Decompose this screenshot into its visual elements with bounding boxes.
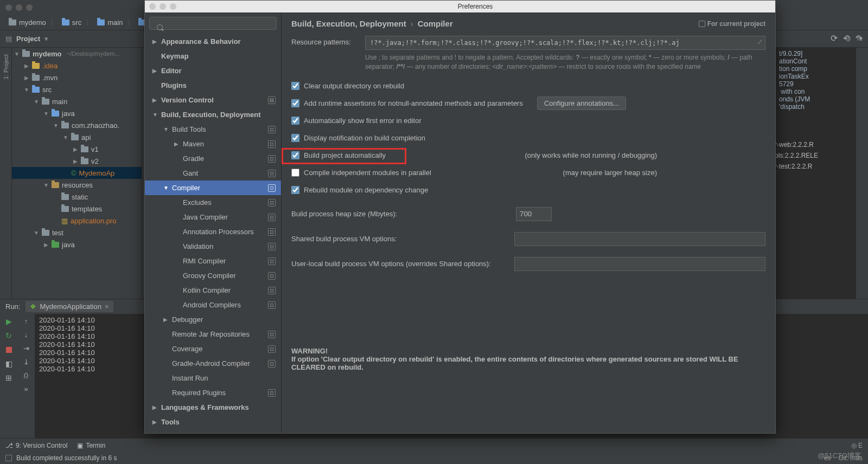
nav-item[interactable]: ▶Maven⊡ [145, 137, 281, 151]
terminal-icon: ▣ [77, 442, 83, 449]
redo-icon[interactable]: ↷ [856, 33, 863, 43]
breadcrumb-item[interactable]: src [62, 18, 81, 27]
run-tab[interactable]: ❖ MydemoApplication × [25, 301, 113, 312]
nav-item[interactable]: Gant⊡ [145, 166, 281, 181]
tree-item[interactable]: ▶v1 [12, 143, 142, 155]
nav-item[interactable]: Remote Jar Repositories⊡ [145, 327, 281, 341]
more-icon[interactable]: » [24, 385, 28, 393]
tree-root[interactable]: ▼mydemo~/Desktop/mydem... [12, 48, 142, 60]
checkbox-compile-independent-modules-in[interactable] [291, 169, 299, 177]
tree-item-icon [71, 134, 79, 140]
rerun-icon[interactable]: ▶ [4, 317, 13, 326]
nav-item[interactable]: RMI Compiler⊡ [145, 254, 281, 268]
tree-item[interactable]: templates [12, 203, 142, 215]
nav-item[interactable]: Gradle⊡ [145, 151, 281, 166]
checkbox-label: Clear output directory on rebuild [304, 82, 404, 90]
nav-item[interactable]: ▶Editor [145, 63, 281, 78]
nav-item[interactable]: Android Compilers⊡ [145, 298, 281, 312]
breadcrumb-item[interactable]: mydemo [9, 18, 46, 27]
nav-item[interactable]: Coverage⊡ [145, 341, 281, 356]
preferences-title: Preferences [180, 3, 771, 10]
nav-item[interactable]: Keymap [145, 49, 281, 63]
nav-item[interactable]: ▼Build, Execution, Deployment [145, 107, 281, 122]
tree-item[interactable]: ▼main [12, 95, 142, 107]
status-icon[interactable] [5, 455, 12, 461]
tab-terminal[interactable]: ▣Termin [77, 442, 105, 449]
nav-item[interactable]: ▼Compiler⊡ [145, 181, 281, 195]
down-icon[interactable]: ↓ [24, 331, 28, 339]
expand-icon[interactable]: ⤢ [757, 38, 762, 46]
tree-item[interactable]: ▼java [12, 107, 142, 119]
close-icon[interactable]: × [105, 302, 109, 311]
nav-item[interactable]: Gradle-Android Compiler⊡ [145, 356, 281, 371]
window-controls[interactable] [5, 4, 33, 11]
sync-icon[interactable]: ⟳ [831, 33, 838, 43]
tree-item[interactable]: ▥application.pro [12, 215, 142, 227]
nav-item[interactable]: ▶Version Control⊡ [145, 93, 281, 107]
nav-item[interactable]: Instant Run [145, 371, 281, 385]
nav-item[interactable]: Kotlin Compiler⊡ [145, 283, 281, 298]
stop-icon[interactable] [4, 345, 13, 354]
chevron-down-icon[interactable]: ▾ [44, 35, 48, 43]
tree-item[interactable]: ▶.mvn [12, 72, 142, 83]
tab-project[interactable]: 1: Project [3, 51, 9, 82]
configure-annotations-button[interactable]: Configure annotations... [537, 96, 626, 110]
tree-item[interactable]: ▼com.zhaozhao. [12, 119, 142, 131]
tree-item[interactable]: ▶v2 [12, 155, 142, 167]
checkbox-add-runtime-assertions-for-not[interactable] [291, 99, 299, 107]
tab-version-control[interactable]: ⎇9: Version Control [5, 442, 67, 449]
checkbox-display-notification-on-build-[interactable] [291, 134, 299, 142]
tree-item[interactable]: ▶.idea [12, 60, 142, 72]
scroll-icon[interactable]: ⤓ [23, 358, 29, 366]
tree-item[interactable]: ▼resources [12, 179, 142, 191]
dialog-window-controls[interactable] [149, 3, 176, 10]
nav-item[interactable]: ▼Build Tools⊡ [145, 122, 281, 137]
tree-item[interactable]: static [12, 191, 142, 203]
nav-item[interactable]: Annotation Processors⊡ [145, 224, 281, 239]
event-log-icon[interactable]: ◎ E [851, 442, 863, 449]
user-vm-input[interactable] [514, 257, 765, 271]
nav-item[interactable]: Plugins [145, 78, 281, 93]
nav-item[interactable]: ▶Languages & Frameworks [145, 400, 281, 415]
nav-item[interactable]: ▶Appearance & Behavior [145, 34, 281, 49]
search-input[interactable] [149, 17, 277, 30]
nav-item[interactable]: Groovy Compiler⊡ [145, 268, 281, 283]
undo-icon[interactable]: ↶ [843, 33, 850, 43]
tree-item[interactable]: ▼api [12, 131, 142, 143]
tree-item-icon [61, 206, 69, 212]
run-icon[interactable]: ↻ [4, 331, 13, 340]
print-icon[interactable]: ⎙ [24, 371, 28, 379]
preferences-search[interactable] [149, 17, 277, 30]
camera-icon[interactable]: ◧ [4, 359, 13, 368]
heap-size-input[interactable] [516, 207, 552, 221]
crumb-parent[interactable]: Build, Execution, Deployment [291, 19, 406, 28]
checkbox-build-project-automatically[interactable] [291, 151, 299, 159]
tree-item[interactable]: ▼src [12, 83, 142, 95]
tree-item-icon [81, 146, 88, 152]
project-scope-icon: ⊡ [268, 301, 276, 309]
up-icon[interactable]: ↑ [24, 317, 28, 325]
status-bar: Build completed successfully in 6 s es G… [0, 452, 868, 464]
checkbox-row: Add runtime assertions for notnull-annot… [291, 98, 765, 109]
checkbox-row: Display notification on build completion [291, 132, 765, 144]
checkbox-automatically-show-first-error[interactable] [291, 117, 299, 125]
checkbox-clear-output-directory-on-rebu[interactable] [291, 82, 299, 90]
checkbox-rebuild-module-on-dependency-c[interactable] [291, 186, 299, 194]
shared-vm-input[interactable] [514, 232, 765, 246]
layout-icon[interactable]: ⊞ [4, 373, 13, 382]
project-scope-icon: ⊡ [268, 257, 276, 265]
tree-item[interactable]: ▼test [12, 227, 142, 239]
nav-item[interactable]: Excludes⊡ [145, 195, 281, 210]
nav-item[interactable]: ▶Tools [145, 415, 281, 429]
project-label: Project [16, 35, 40, 43]
nav-item[interactable]: ▶Debugger [145, 312, 281, 327]
tree-item[interactable]: ▶java [12, 239, 142, 250]
nav-item[interactable]: Validation⊡ [145, 239, 281, 254]
tree-item[interactable]: ©MydemoAp [12, 167, 142, 179]
resource-patterns-input[interactable] [365, 36, 765, 50]
nav-item[interactable]: Required Plugins⊡ [145, 385, 281, 400]
wrap-icon[interactable]: ⇥ [23, 344, 29, 352]
project-scope-icon: ⊡ [268, 345, 276, 353]
nav-item[interactable]: Java Compiler⊡ [145, 210, 281, 224]
breadcrumb-item[interactable]: main [97, 18, 123, 27]
